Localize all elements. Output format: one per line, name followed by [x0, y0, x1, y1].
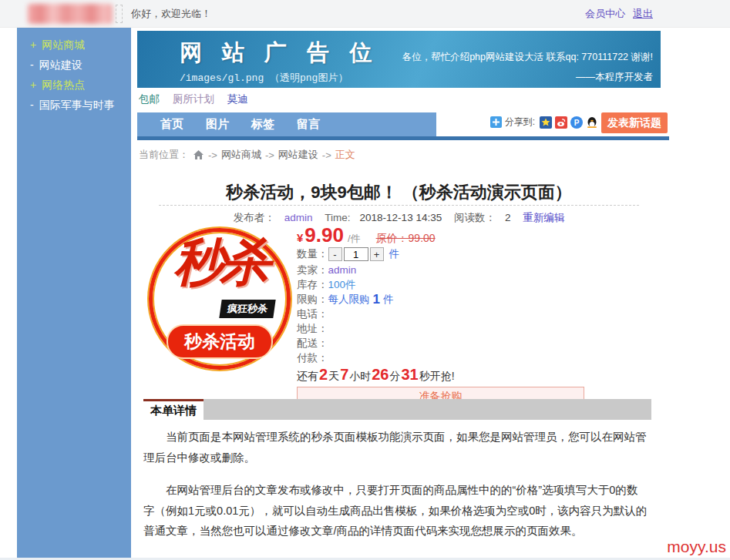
breadcrumb-label: 当前位置：	[139, 148, 189, 162]
limit-unit: 件	[383, 293, 394, 305]
delivery-row: 配送：	[297, 337, 584, 349]
time-label: Time:	[325, 212, 350, 223]
tag-link-cesuojihua[interactable]: 厕所计划	[173, 93, 214, 105]
new-topic-button[interactable]: 发表新话题	[601, 112, 668, 133]
stock-row: 库存： 100件	[297, 279, 584, 290]
qzone-icon[interactable]	[540, 116, 552, 129]
banner-promo: 各位，帮忙介绍php网站建设大活 联系qq: 770111722 谢谢! ——本…	[402, 51, 653, 84]
limit-row: 限购： 每人限购 1 件	[297, 293, 584, 305]
topbar-links: 会员中心 退出	[585, 0, 653, 28]
qq-penguin-icon[interactable]	[586, 116, 598, 129]
payment-row: 付款：	[297, 352, 584, 364]
p-share-icon[interactable]: P	[570, 116, 583, 129]
detail-body: 当前页面是本网站管理系统的秒杀页面模板功能演示页面，如果您是网站管理员，您可以在…	[143, 427, 648, 560]
phone-label: 电话：	[297, 308, 328, 320]
quantity-input[interactable]	[344, 247, 368, 261]
topbar: 你好，欢迎光临！ 会员中心 退出	[0, 0, 730, 28]
sidebar-item-label: 网站建设	[39, 59, 82, 71]
countdown: 还有 2 天 7 小时 26 分 31 秒开抢!	[297, 366, 584, 383]
publisher-link[interactable]: admin	[284, 212, 313, 223]
sidebar-item-hot-topics[interactable]: +网络热点	[17, 75, 131, 95]
tab-order-detail[interactable]: 本单详情	[143, 399, 204, 420]
sidebar-item-label: 网络热点	[42, 79, 85, 91]
detail-paragraph: 当前页面是本网站管理系统的秒杀页面模板功能演示页面，如果您是网站管理员，您可以在…	[143, 427, 648, 468]
quantity-label: 数量：	[297, 247, 328, 261]
tag-link-modi[interactable]: 莫迪	[227, 93, 248, 105]
quantity-unit: 件	[389, 247, 400, 261]
breadcrumb: 当前位置： -> 网站商城 -> 网站建设 -> 正文	[139, 148, 355, 162]
watermark: moyy.us	[667, 538, 726, 556]
share-plus-icon[interactable]	[490, 116, 502, 128]
banner-promo-line2: ——本程序开发者	[402, 71, 653, 84]
limit-prefix: 每人限购	[328, 293, 370, 305]
weibo-icon[interactable]	[555, 116, 567, 129]
expand-icon: +	[30, 39, 36, 51]
publish-time: 2018-12-13 14:35	[360, 212, 442, 223]
share-bar: 分享到: P	[490, 116, 598, 129]
dashed-divider	[159, 205, 639, 206]
sidebar-item-label: 国际军事与时事	[39, 99, 115, 111]
countdown-prefix: 还有	[297, 370, 318, 384]
stock-label: 库存：	[297, 279, 328, 290]
main-content: 网 站 广 告 位 /images/gl.png （透明png图片） 各位，帮忙…	[137, 31, 661, 560]
banner-subtitle: /images/gl.png （透明png图片）	[180, 71, 378, 85]
phone-row: 电话：	[297, 308, 584, 320]
views-count: 2	[505, 212, 511, 223]
seckill-main-text: 秒杀	[146, 236, 293, 287]
sidebar-item-label: 网站商城	[42, 39, 85, 51]
views-label: 阅读数：	[454, 212, 496, 223]
countdown-hours: 7	[340, 366, 348, 384]
address-label: 地址：	[297, 323, 328, 334]
site-logo[interactable]	[28, 4, 113, 24]
page-title: 秒杀活动，9块9包邮！ （秒杀活动演示页面）	[137, 181, 661, 204]
banner-title: 网 站 广 告 位	[180, 38, 378, 69]
breadcrumb-link-website-build[interactable]: 网站建设	[278, 148, 318, 162]
re-edit-link[interactable]: 重新编辑	[523, 212, 564, 223]
detail-tabbar: 本单详情	[143, 399, 651, 420]
seller-label: 卖家：	[297, 264, 328, 276]
logout-link[interactable]: 退出	[633, 7, 653, 21]
countdown-hours-unit: 小时	[349, 370, 371, 384]
collapse-icon: -	[30, 99, 34, 111]
breadcrumb-link-shop[interactable]: 网站商城	[221, 148, 261, 162]
delivery-label: 配送：	[297, 337, 328, 349]
stock-value: 100件	[328, 279, 356, 290]
tag-links: 包邮 厕所计划 莫迪	[139, 92, 258, 106]
home-icon[interactable]	[193, 149, 204, 160]
nav-underline	[137, 136, 669, 140]
product-details: ¥ 9.90 /件 原价：99.00 数量： - + 件 卖家： admin 库…	[297, 223, 584, 406]
member-center-link[interactable]: 会员中心	[585, 7, 625, 21]
nav-item-pictures[interactable]: 图片	[206, 117, 229, 132]
nav-item-home[interactable]: 首页	[160, 117, 183, 132]
nav-item-tags[interactable]: 标签	[251, 117, 274, 132]
welcome-text: 你好，欢迎光临！	[131, 0, 211, 28]
seckill-pill-text: 秒杀活动	[167, 324, 273, 359]
seller-link[interactable]: admin	[328, 264, 357, 276]
collapse-icon: -	[30, 59, 34, 71]
quantity-plus-button[interactable]: +	[370, 247, 384, 261]
tag-link-baoyou[interactable]: 包邮	[139, 93, 160, 105]
sidebar-item-shop[interactable]: +网站商城	[17, 35, 131, 55]
expand-icon: +	[30, 79, 36, 91]
price-value: 9.90	[304, 223, 344, 247]
quantity-row: 数量： - + 件	[297, 247, 584, 261]
countdown-days: 2	[319, 366, 328, 384]
countdown-days-unit: 天	[328, 370, 339, 384]
nav-item-messages[interactable]: 留言	[297, 117, 320, 132]
seller-row: 卖家： admin	[297, 264, 584, 276]
banner-promo-line1: 各位，帮忙介绍php网站建设大活 联系qq: 770111722 谢谢!	[402, 51, 653, 64]
detail-paragraph: 在网站管理后台的文章发布或修改中，只要打开页面的商品属性中的的“价格”选项填写大…	[143, 480, 648, 542]
product-image: 秒杀 疯狂秒杀 秒杀活动	[146, 226, 293, 372]
sidebar-item-world-news[interactable]: -国际军事与时事	[17, 95, 131, 115]
sidebar-item-website-build[interactable]: -网站建设	[17, 55, 131, 75]
svg-text:P: P	[574, 119, 580, 127]
breadcrumb-arrow: ->	[265, 149, 274, 161]
publisher-label: 发布者：	[234, 212, 275, 223]
payment-label: 付款：	[297, 352, 328, 364]
breadcrumb-arrow: ->	[322, 149, 331, 161]
breadcrumb-arrow: ->	[208, 149, 217, 161]
main-nav: 首页 图片 标签 留言	[137, 112, 436, 136]
ad-banner[interactable]: 网 站 广 告 位 /images/gl.png （透明png图片） 各位，帮忙…	[137, 31, 661, 88]
quantity-minus-button[interactable]: -	[328, 247, 342, 261]
currency-symbol: ¥	[297, 231, 303, 244]
